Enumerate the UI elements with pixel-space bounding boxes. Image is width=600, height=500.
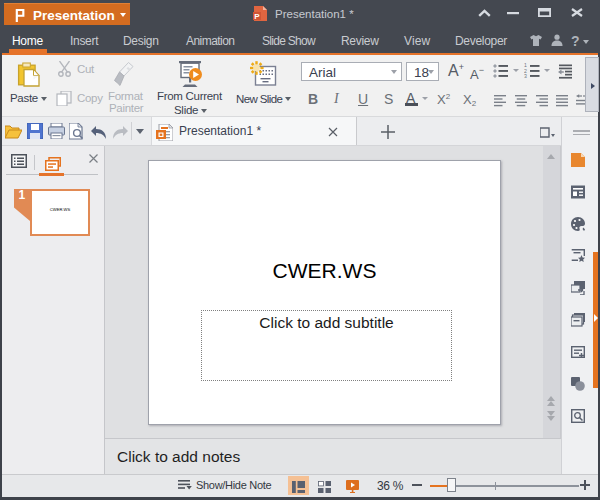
svg-text:P: P bbox=[254, 12, 260, 21]
svg-text:3: 3 bbox=[524, 73, 527, 78]
